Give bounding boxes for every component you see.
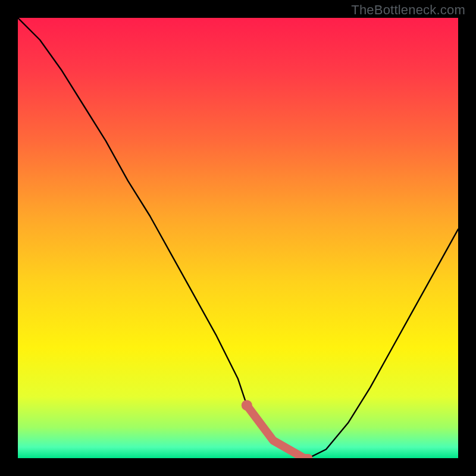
bottleneck-chart (18, 18, 458, 458)
gradient-background (18, 18, 458, 458)
attribution-label: TheBottleneck.com (351, 2, 465, 18)
chart-frame: TheBottleneck.com (0, 0, 476, 476)
highlight-marker (242, 400, 252, 411)
